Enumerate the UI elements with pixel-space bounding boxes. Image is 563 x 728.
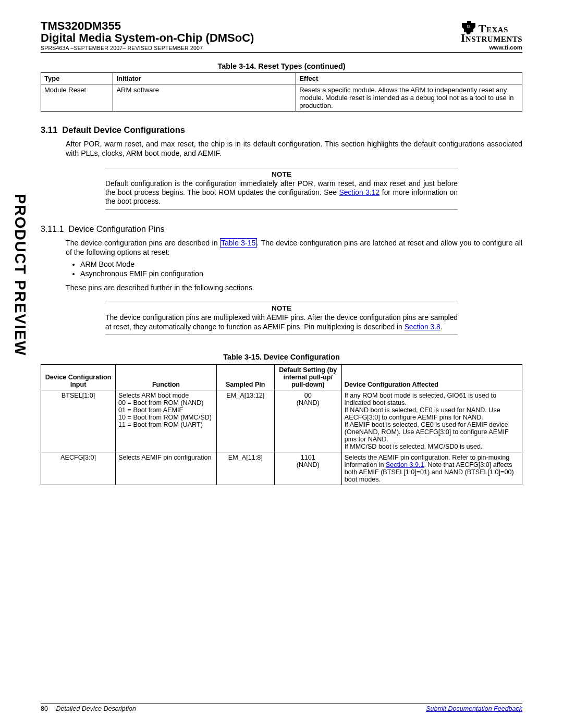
ti-chip-icon: ti <box>461 20 476 34</box>
bullets-config-options: ARM Boot Mode Asynchronous EMIF pin conf… <box>66 260 522 278</box>
doc-info: SPRS463A –SEPTEMBER 2007– REVISED SEPTEM… <box>41 45 254 51</box>
section-3-11-1-body: The device configuration pins are descri… <box>66 238 522 257</box>
table-row: BTSEL[1:0] Selects ARM boot mode 00 = Bo… <box>41 390 522 452</box>
section-3-11-1-after: These pins are described further in the … <box>66 283 522 292</box>
sec-title: Default Device Configurations <box>62 125 185 134</box>
ti-logo: ti Texas Instruments <box>461 20 522 44</box>
table-row: AECFG[3:0] Selects AEMIF pin configurati… <box>41 452 522 485</box>
section-3-11-body: After POR, warm reset, and max reset, th… <box>66 139 522 158</box>
t15-h-input: Device Configuration Input <box>41 364 116 390</box>
footer-section-name: Detailed Device Description <box>56 705 136 712</box>
t14-effect: Resets a specific module. Allows the ARM… <box>296 84 522 112</box>
section-3-11-1-heading: 3.11.1 Device Configuration Pins <box>41 225 522 234</box>
t15-h-affected: Device Configuration Affected <box>341 364 522 390</box>
note-text-post: . <box>440 323 443 331</box>
t14-type: Module Reset <box>41 84 113 112</box>
link-table-3-15[interactable]: Table 3-15 <box>220 238 257 248</box>
svg-text:ti: ti <box>467 24 470 29</box>
link-section-3-9-1[interactable]: Section 3.9.1 <box>386 461 424 468</box>
note-text: The device configuration pins are multip… <box>105 313 458 331</box>
page-header: TMS320DM355 Digital Media System-on-Chip… <box>41 20 522 53</box>
note-text: Default configuration is the configurati… <box>105 179 458 206</box>
t15-r0-sampled: EM_A[13:12] <box>216 390 274 452</box>
sec-num: 3.11.1 <box>41 225 64 233</box>
t14-h-type: Type <box>41 73 113 84</box>
page-number: 80 <box>41 705 48 712</box>
note-label: NOTE <box>105 304 458 312</box>
page-footer: 80 Detailed Device Description Submit Do… <box>41 704 522 712</box>
t14-initiator: ARM software <box>113 84 296 112</box>
t15-h-default: Default Setting (by internal pull-up/ pu… <box>274 364 341 390</box>
link-submit-feedback[interactable]: Submit Documentation Feedback <box>426 705 522 712</box>
t15-r1-affected: Selects the AEMIF pin configuration. Ref… <box>341 452 522 485</box>
ti-url: www.ti.com <box>461 44 522 51</box>
link-section-3-8[interactable]: Section 3.8 <box>405 323 440 331</box>
note-label: NOTE <box>105 170 458 178</box>
t15-h-function: Function <box>116 364 217 390</box>
doc-subtitle: Digital Media System-on-Chip (DMSoC) <box>41 32 254 44</box>
table-3-14: Type Initiator Effect Module Reset ARM s… <box>41 72 522 112</box>
table-3-15-caption: Table 3-15. Device Configuration <box>41 353 522 361</box>
t15-r1-input: AECFG[3:0] <box>41 452 116 485</box>
t14-h-effect: Effect <box>296 73 522 84</box>
table-row: Module Reset ARM software Resets a speci… <box>41 84 522 112</box>
link-section-3-12[interactable]: Section 3.12 <box>339 189 380 196</box>
t15-h-sampled: Sampled Pin <box>216 364 274 390</box>
list-item: ARM Boot Mode <box>80 260 522 268</box>
sec-num: 3.11 <box>41 125 57 134</box>
list-item: Asynchronous EMIF pin configuration <box>80 269 522 278</box>
table-3-14-caption: Table 3-14. Reset Types (continued) <box>41 62 522 70</box>
t15-r0-function: Selects ARM boot mode 00 = Boot from ROM… <box>116 390 217 452</box>
doc-title: TMS320DM355 <box>41 20 254 32</box>
t15-r0-input: BTSEL[1:0] <box>41 390 116 452</box>
t15-r1-default: 1101 (NAND) <box>274 452 341 485</box>
t14-h-initiator: Initiator <box>113 73 296 84</box>
sec-title: Device Configuration Pins <box>68 225 164 233</box>
section-3-11-heading: 3.11 Default Device Configurations <box>41 125 522 135</box>
t15-r1-function: Selects AEMIF pin configuration <box>116 452 217 485</box>
t15-r0-default: 00 (NAND) <box>274 390 341 452</box>
t15-r1-sampled: EM_A[11:8] <box>216 452 274 485</box>
body-pre: The device configuration pins are descri… <box>66 239 220 247</box>
t15-r0-affected: If any ROM boot mode is selected, GIO61 … <box>341 390 522 452</box>
note-box-1: NOTE Default configuration is the config… <box>105 168 458 210</box>
note-box-2: NOTE The device configuration pins are m… <box>105 302 458 335</box>
table-3-15: Device Configuration Input Function Samp… <box>41 364 522 485</box>
